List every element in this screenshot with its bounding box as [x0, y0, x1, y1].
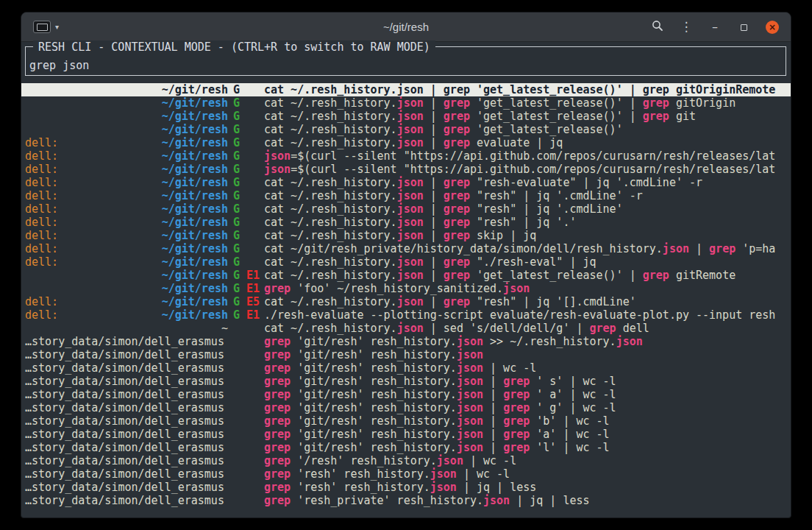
history-row[interactable]: …story_data/simon/dell_erasmusgrep 'git/… [21, 361, 791, 375]
history-row[interactable]: dell:~/git/reshGcat ~/.resh_history.json… [21, 255, 791, 269]
query-match: json [397, 295, 424, 308]
row-context: dell:~/git/resh [25, 202, 230, 216]
directory-label: ~/git/resh [162, 242, 228, 255]
history-row[interactable]: dell:~/git/reshGcat ~/.resh_history.json… [21, 189, 791, 202]
directory-label: …story_data/simon/dell_erasmus [25, 454, 224, 467]
host-label: dell: [25, 136, 58, 149]
search-query-input[interactable]: grep json [26, 59, 89, 75]
query-match: grep [264, 414, 291, 428]
query-match: grep [444, 189, 470, 202]
command-text: cat ~/.resh_history.json | sed 's/dell/d… [264, 322, 791, 335]
history-row[interactable]: dell:~/git/reshGjson=$(curl --silent "ht… [21, 149, 791, 163]
history-row[interactable]: …story_data/simon/dell_erasmusgrep 'git/… [21, 375, 791, 388]
query-match: json [397, 269, 424, 282]
history-row[interactable]: …story_data/simon/dell_erasmusgrep 'git/… [21, 388, 791, 401]
git-flag: G [233, 282, 240, 295]
new-terminal-button[interactable]: ▾ [30, 19, 62, 35]
history-row[interactable]: ~/git/reshGcat ~/.resh_history.json | gr… [21, 123, 791, 136]
row-context: dell:~/git/resh [25, 295, 230, 308]
command-text: grep 'git/resh' resh_history.json [264, 348, 791, 361]
history-row[interactable]: dell:~/git/reshGcat ~/.resh_history.json… [21, 176, 791, 189]
row-context: …story_data/simon/dell_erasmus [25, 335, 230, 348]
history-row[interactable]: …story_data/simon/dell_erasmusgrep '/res… [21, 454, 791, 467]
command-text: cat ~/git/resh_private/history_data/simo… [264, 242, 791, 255]
query-match: json [397, 176, 424, 189]
row-context: dell:~/git/resh [25, 149, 230, 163]
history-row[interactable]: dell:~/git/reshGcat ~/.resh_history.json… [21, 136, 791, 149]
query-match: json [397, 189, 424, 202]
query-match: json [397, 123, 424, 136]
row-context: …story_data/simon/dell_erasmus [25, 375, 230, 388]
directory-label: ~/git/resh [162, 295, 228, 308]
query-match: grep [643, 110, 669, 123]
query-match: grep [643, 269, 669, 282]
query-match: grep [444, 216, 470, 229]
row-flags [230, 481, 264, 494]
history-row[interactable]: …story_data/simon/dell_erasmusgrep 'resh… [21, 494, 791, 507]
directory-label: ~/git/resh [162, 149, 228, 163]
query-match: grep [444, 96, 470, 110]
query-match: grep [264, 335, 291, 348]
query-match: json [264, 163, 291, 176]
error-flag: E1 [246, 269, 260, 282]
history-row[interactable]: …story_data/simon/dell_erasmusgrep 'git/… [21, 335, 791, 348]
history-row[interactable]: ~/git/reshG E1cat ~/.resh_history.json |… [21, 269, 791, 282]
history-row[interactable]: …story_data/simon/dell_erasmusgrep 'resh… [21, 467, 791, 481]
restore-button[interactable] [737, 21, 750, 33]
row-flags: G [230, 242, 264, 255]
query-match: grep [264, 494, 291, 507]
git-flag: G [233, 308, 240, 322]
query-match: grep [444, 202, 470, 216]
history-row[interactable]: ~/git/reshGcat ~/.resh_history.json | gr… [21, 96, 791, 110]
command-text: grep 'git/resh' resh_history.json | grep… [264, 414, 791, 428]
host-label: dell: [25, 189, 58, 202]
query-match: grep [503, 414, 530, 428]
history-row[interactable]: …story_data/simon/dell_erasmusgrep 'resh… [21, 481, 791, 494]
history-row[interactable]: …story_data/simon/dell_erasmusgrep 'git/… [21, 348, 791, 361]
history-row[interactable]: ~/git/reshGcat ~/.resh_history.json | gr… [21, 83, 791, 96]
command-text: grep '/resh' resh_history.json | wc -l [264, 454, 791, 467]
history-row[interactable]: ~cat ~/.resh_history.json | sed 's/dell/… [21, 322, 791, 335]
menu-icon[interactable]: ⋮ [680, 21, 693, 33]
history-row[interactable]: dell:~/git/reshGcat ~/git/resh_private/h… [21, 242, 791, 255]
search-icon[interactable] [651, 20, 664, 34]
query-match: json [457, 428, 483, 441]
query-match: json [457, 361, 483, 375]
history-row[interactable]: ~/git/reshGcat ~/.resh_history.json | gr… [21, 110, 791, 123]
git-flag: G [233, 176, 240, 189]
history-row[interactable]: …story_data/simon/dell_erasmusgrep 'git/… [21, 428, 791, 441]
row-context: dell:~/git/resh [25, 189, 230, 202]
git-flag: G [233, 255, 240, 269]
query-match: grep [264, 361, 291, 375]
history-row[interactable]: …story_data/simon/dell_erasmusgrep 'git/… [21, 414, 791, 428]
command-text: cat ~/.resh_history.json | grep "resh" |… [264, 189, 791, 202]
history-row[interactable]: dell:~/git/reshGcat ~/.resh_history.json… [21, 216, 791, 229]
git-flag: G [233, 242, 240, 255]
history-row[interactable]: dell:~/git/reshGjson=$(curl --silent "ht… [21, 163, 791, 176]
row-flags: G [230, 229, 264, 242]
query-match: grep [264, 348, 291, 361]
git-flag: G [233, 229, 240, 242]
history-row[interactable]: ~/git/reshG E1grep 'foo' ~/resh_history_… [21, 282, 791, 295]
row-context: dell:~/git/resh [25, 255, 230, 269]
query-match: json [397, 229, 424, 242]
history-row[interactable]: …story_data/simon/dell_erasmusgrep 'git/… [21, 441, 791, 454]
git-flag: G [233, 96, 240, 110]
row-flags: G [230, 123, 264, 136]
query-match: grep [444, 123, 470, 136]
directory-label: …story_data/simon/dell_erasmus [25, 441, 224, 454]
resh-header-box: RESH CLI - CONTEXTUAL MODE - (CTRL+R to … [25, 46, 786, 76]
command-text: cat ~/.resh_history.json | grep 'get_lat… [264, 96, 791, 110]
minimize-button[interactable]: – [708, 21, 722, 33]
terminal-icon [33, 21, 51, 33]
history-row[interactable]: dell:~/git/reshGcat ~/.resh_history.json… [21, 229, 791, 242]
close-button[interactable]: × [766, 21, 779, 34]
history-row[interactable]: dell:~/git/reshGcat ~/.resh_history.json… [21, 202, 791, 216]
row-context: …story_data/simon/dell_erasmus [25, 481, 230, 494]
history-row[interactable]: …story_data/simon/dell_erasmusgrep 'git/… [21, 401, 791, 414]
row-context: dell:~/git/resh [25, 163, 230, 176]
history-row[interactable]: dell:~/git/reshG E1./resh-evaluate --plo… [21, 308, 791, 322]
row-context: ~/git/resh [25, 269, 230, 282]
history-row[interactable]: dell:~/git/reshG E5cat ~/.resh_history.j… [21, 295, 791, 308]
query-match: grep [709, 242, 736, 255]
